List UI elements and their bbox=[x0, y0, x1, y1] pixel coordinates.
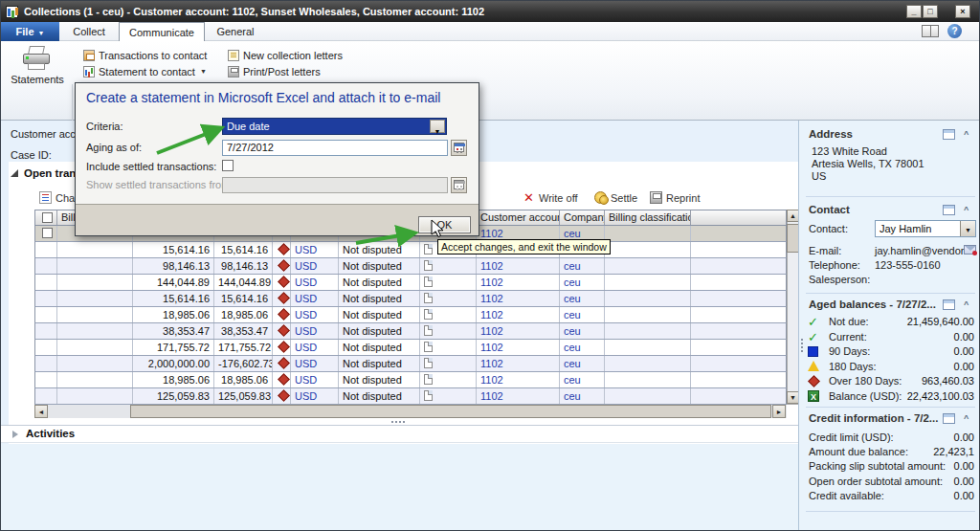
transaction-row[interactable]: 125,059.83125,059.83USDNot disputed1102c… bbox=[34, 388, 787, 405]
cell-currency[interactable]: USD bbox=[291, 258, 339, 274]
document-icon[interactable] bbox=[424, 260, 433, 271]
aged-balances-panel-icon[interactable] bbox=[943, 299, 955, 310]
cell-currency[interactable]: USD bbox=[291, 291, 339, 306]
document-icon[interactable] bbox=[424, 293, 433, 303]
criteria-combobox-caret[interactable]: ▼ bbox=[430, 120, 445, 133]
cell-currency[interactable]: USD bbox=[291, 340, 339, 355]
column-header-company[interactable]: Company bbox=[560, 210, 605, 225]
transaction-row[interactable]: 15,614.1615,614.16USDNot disputed1102ceu bbox=[34, 291, 787, 307]
document-icon[interactable] bbox=[424, 325, 433, 336]
include-settled-checkbox[interactable] bbox=[222, 160, 234, 171]
transaction-row[interactable]: 15,614.1615,614.16USDNot disputed1102ceu bbox=[34, 242, 787, 258]
cell-company[interactable]: ceu bbox=[560, 388, 605, 404]
panel-splitter-grip[interactable] bbox=[801, 339, 803, 341]
transaction-row[interactable]: 18,985.0618,985.06USDNot disputed1102ceu bbox=[34, 372, 787, 388]
cell-currency[interactable]: USD bbox=[291, 388, 339, 404]
tab-general[interactable]: General bbox=[206, 22, 265, 41]
horizontal-scroll-thumb[interactable] bbox=[130, 405, 771, 418]
email-value[interactable]: jay.hamlin@vendor43 bbox=[875, 245, 976, 256]
select-all-checkbox[interactable] bbox=[42, 212, 53, 223]
cell-currency[interactable]: USD bbox=[291, 356, 339, 371]
activities-section-header[interactable]: Activities bbox=[1, 425, 798, 443]
cell-currency[interactable]: USD bbox=[291, 275, 339, 290]
file-menu-button[interactable]: File▼ bbox=[1, 22, 59, 41]
transaction-row[interactable]: 98,146.1398,146.13USDNot disputed1102ceu bbox=[34, 258, 787, 275]
aged-balance-value: 0.00 bbox=[954, 345, 974, 357]
cell-customer_account[interactable]: 1102 bbox=[477, 275, 560, 290]
horizontal-scrollbar[interactable]: ◄ ► bbox=[34, 405, 787, 418]
scroll-right-button[interactable]: ► bbox=[772, 405, 786, 418]
address-panel-icon[interactable] bbox=[943, 129, 955, 140]
cell-company[interactable]: ceu bbox=[560, 275, 605, 290]
document-icon[interactable] bbox=[424, 374, 433, 385]
new-collection-letters-button[interactable]: New collection letters bbox=[228, 48, 343, 62]
contact-collapse-icon[interactable]: ^ bbox=[964, 205, 969, 214]
calendar-picker-icon[interactable] bbox=[451, 140, 467, 156]
document-icon[interactable] bbox=[424, 390, 433, 401]
cell-company[interactable]: ceu bbox=[560, 323, 605, 339]
cell-company[interactable]: ceu bbox=[560, 356, 605, 371]
statements-button[interactable]: Statements bbox=[7, 44, 68, 100]
document-icon[interactable] bbox=[424, 244, 433, 254]
pane-splitter-handle[interactable] bbox=[391, 421, 393, 423]
reprint-button[interactable]: Reprint bbox=[650, 191, 700, 204]
write-off-button[interactable]: ✕ Write off bbox=[523, 191, 578, 204]
cell-customer_account[interactable]: 1102 bbox=[477, 372, 560, 387]
document-icon[interactable] bbox=[424, 342, 433, 352]
aging-date-input[interactable]: 7/27/2012 bbox=[222, 140, 448, 156]
cell-customer_account[interactable]: 1102 bbox=[477, 340, 560, 355]
cell-company[interactable]: ceu bbox=[560, 258, 605, 274]
contact-panel-icon[interactable] bbox=[943, 205, 955, 215]
contact-select[interactable]: Jay Hamlin ▼ bbox=[875, 220, 976, 237]
cell-customer_account[interactable]: 1102 bbox=[477, 258, 560, 274]
help-icon[interactable]: ? bbox=[947, 24, 962, 38]
cell-currency[interactable]: USD bbox=[291, 307, 339, 322]
credit-info-collapse-icon[interactable]: ^ bbox=[964, 413, 969, 423]
transaction-row[interactable]: 2,000,000.00-176,602.73USDNot disputed11… bbox=[34, 356, 787, 372]
cell-company[interactable]: ceu bbox=[560, 291, 605, 306]
cell-company[interactable]: ceu bbox=[560, 372, 605, 387]
row-checkbox[interactable] bbox=[42, 228, 53, 238]
credit-info-panel-icon[interactable] bbox=[943, 413, 955, 424]
transactions-to-contact-button[interactable]: Transactions to contact bbox=[83, 48, 207, 62]
send-email-icon[interactable] bbox=[964, 245, 976, 254]
transaction-row[interactable]: 38,353.4738,353.47USDNot disputed1102ceu bbox=[34, 323, 787, 340]
document-icon[interactable] bbox=[424, 277, 433, 287]
cell-company[interactable]: ceu bbox=[560, 340, 605, 355]
criteria-combobox[interactable]: Due date ▼ bbox=[222, 118, 447, 135]
transaction-row[interactable]: 18,985.0618,985.06USDNot disputed1102ceu bbox=[34, 307, 787, 323]
tab-communicate[interactable]: Communicate bbox=[119, 22, 205, 41]
print-post-letters-button[interactable]: Print/Post letters bbox=[228, 64, 321, 78]
cell-currency[interactable]: USD bbox=[291, 242, 339, 257]
tab-collect[interactable]: Collect bbox=[60, 22, 118, 41]
cell-customer_account[interactable]: 1102 bbox=[477, 356, 560, 371]
statement-to-contact-button[interactable]: Statement to contact ▼ bbox=[83, 64, 207, 78]
document-icon[interactable] bbox=[424, 358, 433, 368]
cell-doc bbox=[420, 258, 477, 274]
close-button[interactable]: × bbox=[955, 5, 970, 18]
cell-currency[interactable]: USD bbox=[291, 323, 339, 339]
ok-button[interactable]: OK bbox=[418, 216, 471, 233]
maximize-button[interactable]: □ bbox=[923, 5, 938, 18]
cell-doc bbox=[420, 291, 477, 306]
cell-currency[interactable]: USD bbox=[291, 372, 339, 387]
address-collapse-icon[interactable]: ^ bbox=[964, 129, 969, 139]
aged-balances-collapse-icon[interactable]: ^ bbox=[964, 299, 969, 309]
contact-select-caret[interactable]: ▼ bbox=[960, 221, 975, 236]
document-icon[interactable] bbox=[424, 309, 433, 320]
minimize-button[interactable]: _ bbox=[906, 5, 922, 18]
cell-customer_account[interactable]: 1102 bbox=[477, 291, 560, 306]
transaction-row[interactable]: 144,044.89144,044.89USDNot disputed1102c… bbox=[34, 275, 787, 291]
transaction-row[interactable]: 171,755.72171,755.72USDNot disputed1102c… bbox=[34, 340, 787, 356]
cell-customer_account[interactable]: 1102 bbox=[477, 323, 560, 339]
cell-customer_account[interactable]: 1102 bbox=[477, 388, 560, 404]
column-header-customer_account[interactable]: Customer account bbox=[477, 210, 560, 225]
cell-company[interactable]: ceu bbox=[560, 307, 605, 322]
cell-dispute: Not disputed bbox=[339, 388, 420, 404]
settle-button[interactable]: Settle bbox=[594, 191, 637, 204]
column-header-billing[interactable]: Billing classification bbox=[605, 210, 691, 225]
layout-panes-icon[interactable] bbox=[922, 25, 939, 37]
scroll-left-button[interactable]: ◄ bbox=[34, 405, 48, 418]
cell-customer_account[interactable]: 1102 bbox=[477, 307, 560, 322]
charge-button[interactable]: Char bbox=[39, 191, 78, 204]
